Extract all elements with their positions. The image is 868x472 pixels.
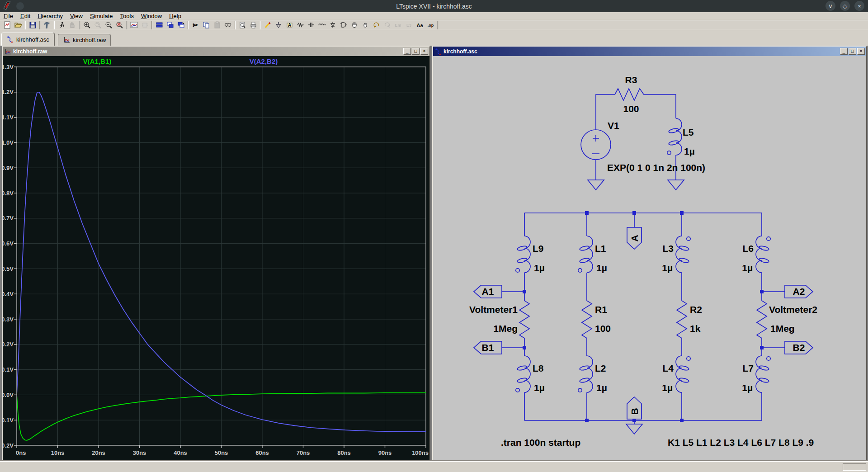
restore-icon[interactable]: □ — [412, 48, 420, 55]
menu-item-window[interactable]: Window — [137, 12, 165, 20]
value-L3[interactable]: 1µ — [662, 263, 673, 273]
text-button[interactable]: Aa — [414, 20, 425, 30]
print-button[interactable] — [248, 20, 259, 30]
run-button[interactable] — [56, 20, 67, 30]
new-schematic-button[interactable] — [2, 20, 13, 30]
close-button[interactable]: × — [854, 1, 864, 11]
label-R2[interactable]: R2 — [690, 304, 702, 315]
open-button[interactable] — [13, 20, 24, 30]
minimize-icon[interactable]: _ — [840, 48, 848, 55]
inductor-L9[interactable] — [516, 236, 530, 273]
shade-button[interactable]: ∨ — [826, 1, 835, 11]
legend-label-1[interactable]: V(A1,B1) — [83, 57, 112, 65]
label-L3[interactable]: L3 — [662, 243, 674, 254]
net-label-B[interactable]: B — [629, 408, 640, 415]
tab-kirchhoff-raw[interactable]: kirchhoff.raw — [58, 34, 111, 46]
resistor-button[interactable] — [295, 20, 306, 30]
cascade-button[interactable] — [175, 20, 186, 30]
label-V1[interactable]: V1 — [608, 120, 619, 131]
inductor-L1[interactable] — [578, 236, 593, 273]
autorange-button[interactable] — [128, 20, 139, 30]
find-button[interactable] — [222, 20, 233, 30]
label-L6[interactable]: L6 — [742, 243, 754, 254]
label-L7[interactable]: L7 — [742, 363, 754, 373]
zoom-in-button[interactable] — [81, 20, 92, 30]
inductor-L6[interactable] — [756, 236, 770, 273]
net-label-A[interactable]: A — [629, 235, 640, 241]
inductor-button[interactable] — [316, 20, 327, 30]
tile-vertical-button[interactable] — [165, 20, 175, 30]
app-titlebar[interactable]: LTspice XVII - kirchhoff.asc ∨ ◇ × — [0, 0, 868, 12]
menu-item-hierarchy[interactable]: Hierarchy — [34, 12, 66, 20]
value-R2[interactable]: 1k — [690, 323, 701, 334]
value-L4[interactable]: 1µ — [662, 382, 673, 393]
value-L2[interactable]: 1µ — [596, 382, 607, 393]
directive-coupling[interactable]: K1 L5 L1 L2 L3 L4 L6 L7 L8 L9 .9 — [668, 437, 814, 448]
net-label-B1[interactable]: B1 — [482, 342, 494, 353]
inductor-L4[interactable] — [676, 356, 690, 392]
close-icon[interactable]: × — [420, 48, 428, 55]
value-L5[interactable]: 1µ — [684, 146, 695, 156]
diode-button[interactable] — [327, 20, 338, 30]
zoom-out-button[interactable] — [103, 20, 114, 30]
net-label-B2[interactable]: B2 — [793, 342, 805, 353]
control-panel-button[interactable] — [42, 20, 52, 30]
value-V1[interactable]: EXP(0 1 0 1n 2n 100n) — [607, 162, 705, 173]
label-L5[interactable]: L5 — [683, 127, 694, 137]
waveform-pane[interactable]: 1.3V1.2V1.1V1.0V0.9V0.8V0.7V0.6V0.5V0.4V… — [3, 56, 429, 460]
menu-item-view[interactable]: View — [66, 12, 86, 20]
label-L2[interactable]: L2 — [595, 363, 606, 373]
label-L4[interactable]: L4 — [662, 363, 674, 373]
component-button[interactable] — [338, 20, 349, 30]
menu-item-tools[interactable]: Tools — [117, 12, 137, 20]
restore-icon[interactable]: □ — [849, 48, 856, 55]
value-L7[interactable]: 1µ — [742, 382, 753, 393]
copy-button[interactable] — [201, 20, 212, 30]
resistor-R1[interactable] — [582, 301, 592, 338]
label-L1[interactable]: L1 — [595, 243, 606, 254]
value-L6[interactable]: 1µ — [742, 263, 753, 273]
label-L9[interactable]: L9 — [533, 243, 544, 254]
label-Voltmeter2[interactable]: Voltmeter2 — [769, 304, 817, 315]
cut-button[interactable]: ✂ — [190, 20, 201, 30]
label-R3[interactable]: R3 — [625, 75, 637, 85]
label-Voltmeter1[interactable]: Voltmeter1 — [469, 304, 518, 315]
net-label-button[interactable]: A — [284, 20, 295, 30]
value-R3[interactable]: 100 — [623, 104, 639, 114]
menu-item-file[interactable]: File — [0, 12, 17, 20]
wire-button[interactable] — [262, 20, 273, 30]
menu-item-help[interactable]: Help — [165, 12, 185, 20]
save-button[interactable] — [27, 20, 38, 30]
resistor-R3[interactable] — [615, 89, 646, 100]
resistor-Voltmeter1[interactable] — [519, 301, 529, 338]
drag-button[interactable] — [360, 20, 371, 30]
resistor-Voltmeter2[interactable] — [757, 301, 767, 338]
tab-kirchhoff-asc[interactable]: kirchhoff.asc — [1, 33, 54, 46]
inductor-L7[interactable] — [756, 356, 770, 392]
label-L8[interactable]: L8 — [533, 363, 544, 373]
value-Voltmeter1[interactable]: 1Meg — [493, 323, 518, 334]
close-icon[interactable]: × — [857, 48, 865, 55]
inductor-L3[interactable] — [676, 236, 690, 273]
maximize-button[interactable]: ◇ — [840, 1, 850, 11]
ground-button[interactable] — [273, 20, 284, 30]
schematic-canvas[interactable]: R3 100 V1 EXP(0 1 0 1n 2n 100n) L5 1µ L9… — [433, 56, 866, 460]
inductor-L5[interactable] — [667, 118, 682, 155]
menu-item-edit[interactable]: Edit — [17, 12, 34, 20]
spice-directive-button[interactable]: .op — [425, 20, 436, 30]
tile-horizontal-button[interactable] — [154, 20, 165, 30]
print-preview-button[interactable] — [237, 20, 248, 30]
legend-label-2[interactable]: V(A2,B2) — [250, 57, 278, 65]
value-L8[interactable]: 1µ — [534, 382, 545, 393]
net-label-A2[interactable]: A2 — [793, 286, 805, 297]
resistor-R2[interactable] — [677, 301, 687, 338]
value-L1[interactable]: 1µ — [596, 263, 607, 273]
net-label-A1[interactable]: A1 — [482, 286, 494, 297]
zoom-full-extents-button[interactable] — [114, 20, 125, 30]
move-button[interactable] — [349, 20, 360, 30]
minimize-icon[interactable]: _ — [403, 48, 411, 55]
voltage-source-V1[interactable] — [581, 130, 611, 160]
directive-tran[interactable]: .tran 100n startup — [501, 437, 580, 448]
waveform-window-titlebar[interactable]: kirchhoff.raw _ □ × — [3, 47, 429, 56]
undo-button[interactable] — [371, 20, 382, 30]
